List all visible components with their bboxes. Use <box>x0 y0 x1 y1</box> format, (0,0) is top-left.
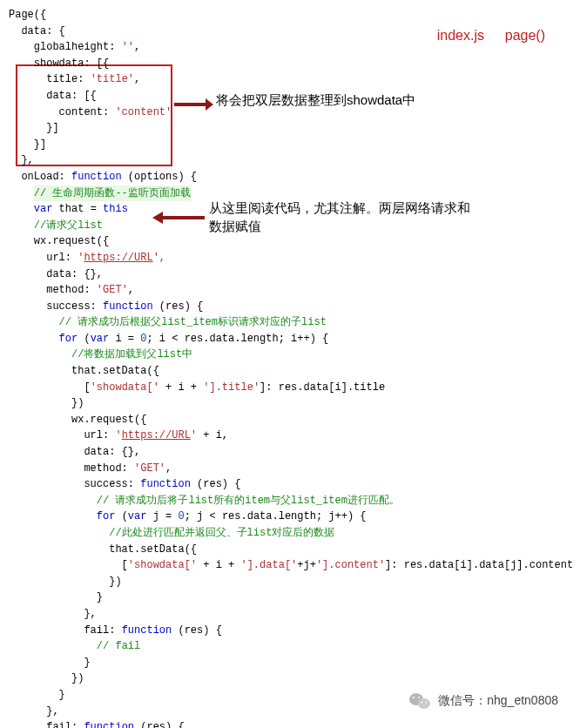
svg-point-9 <box>426 702 428 704</box>
svg-point-5 <box>418 698 430 709</box>
wechat-label: 微信号：nhg_etn0808 <box>438 693 558 709</box>
wechat-watermark: 微信号：nhg_etn0808 <box>408 691 558 711</box>
svg-point-6 <box>413 697 415 698</box>
svg-point-7 <box>418 697 420 698</box>
highlighted-comment: // 生命周期函数--监听页面加载 <box>34 185 191 202</box>
svg-point-8 <box>422 702 423 704</box>
wechat-icon <box>408 691 431 711</box>
code-block: Page({ data: { globalheight: '', showdat… <box>0 0 580 728</box>
